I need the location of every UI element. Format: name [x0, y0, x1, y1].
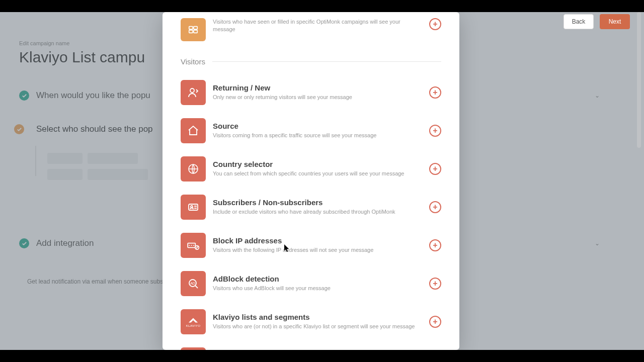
rule-title: AdBlock detection — [213, 275, 424, 283]
rules-modal: Visitors who have seen or filled in spec… — [163, 12, 459, 350]
add-rule-button[interactable]: + — [429, 18, 441, 30]
svg-rect-6 — [189, 204, 198, 210]
add-rule-button[interactable]: + — [429, 239, 441, 251]
rule-klaviyo[interactable]: KLAVIYO Klaviyo lists and segments Visit… — [181, 306, 441, 344]
rule-title: Block IP addresses — [213, 236, 424, 245]
section-title: Visitors — [181, 57, 205, 66]
back-button[interactable]: Back — [564, 14, 594, 29]
klaviyo-icon: KLAVIYO — [181, 309, 206, 334]
add-rule-button[interactable]: + — [429, 201, 441, 213]
adblock-icon: AD — [181, 271, 206, 296]
scrollbar-thumb[interactable] — [637, 12, 641, 148]
svg-rect-2 — [189, 30, 193, 33]
rule-title: Country selector — [213, 160, 424, 168]
rule-shopify-login[interactable]: Shopify logged in user Visitors who have… — [181, 344, 441, 350]
rule-description: Visitors who are (or not) in a specific … — [213, 323, 424, 330]
rule-description: Visitors coming from a specific traffic … — [213, 132, 424, 139]
add-rule-button[interactable]: + — [429, 316, 441, 328]
rule-returning-new[interactable]: Returning / New Only new or only returni… — [181, 77, 441, 115]
rule-source[interactable]: Source Visitors coming from a specific t… — [181, 115, 441, 153]
svg-rect-0 — [189, 27, 193, 30]
campaigns-icon — [181, 18, 206, 41]
svg-point-7 — [191, 206, 193, 208]
home-icon — [181, 118, 206, 143]
rule-block-ip[interactable]: Block IP addresses Visitors with the fol… — [181, 230, 441, 268]
section-visitors: Visitors — [181, 57, 441, 66]
rule-title: Klaviyo lists and segments — [213, 313, 424, 321]
rule-subscribers[interactable]: Subscribers / Non-subscribers Include or… — [181, 192, 441, 230]
rule-adblock[interactable]: AD AdBlock detection Visitors who use Ad… — [181, 268, 441, 306]
rule-description: Visitors who use AdBlock will see your m… — [213, 285, 424, 292]
rule-title: Subscribers / Non-subscribers — [213, 198, 424, 207]
svg-rect-1 — [194, 27, 197, 30]
rule-title: Source — [213, 122, 424, 130]
rule-description: Only new or only returning visitors will… — [213, 94, 424, 101]
visitor-icon — [181, 80, 206, 105]
rule-description: Visitors who have seen or filled in spec… — [213, 18, 424, 34]
rule-title: Returning / New — [213, 83, 424, 92]
id-card-icon — [181, 195, 206, 220]
add-rule-button[interactable]: + — [429, 125, 441, 137]
svg-rect-3 — [194, 30, 197, 33]
svg-text:AD: AD — [190, 282, 195, 285]
rule-description: Visitors with the following IP addresses… — [213, 246, 424, 254]
next-button[interactable]: Next — [600, 14, 630, 29]
add-rule-button[interactable]: + — [429, 86, 441, 99]
svg-point-4 — [190, 88, 194, 93]
globe-icon — [181, 156, 206, 182]
rule-description: Include or exclude visitors who have alr… — [213, 208, 424, 216]
add-rule-button[interactable]: + — [429, 278, 441, 290]
login-icon — [181, 347, 206, 350]
rule-description: You can select from which specific count… — [213, 170, 424, 177]
ip-block-icon — [181, 233, 206, 258]
rule-country[interactable]: Country selector You can select from whi… — [181, 153, 441, 192]
rule-optimonk-campaigns[interactable]: Visitors who have seen or filled in spec… — [181, 12, 441, 50]
add-rule-button[interactable]: + — [429, 163, 441, 175]
